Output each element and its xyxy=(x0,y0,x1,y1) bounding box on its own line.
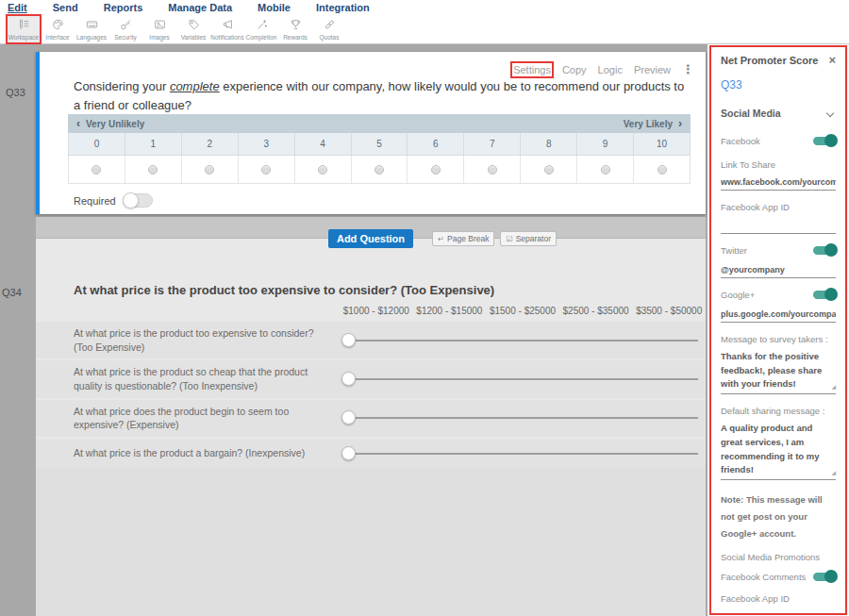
slider-row-label: At what price is the product a bargain? … xyxy=(74,446,340,460)
default-sharing-textarea[interactable]: A quality product and great services, I … xyxy=(721,422,836,480)
price-slider-1[interactable] xyxy=(340,372,700,387)
nps-radio-3[interactable] xyxy=(239,156,295,183)
facebook-app-id2-input[interactable] xyxy=(721,609,836,615)
nps-radio-7[interactable] xyxy=(464,156,521,183)
chevron-down-icon[interactable] xyxy=(826,109,834,117)
facebook-app-id-input[interactable] xyxy=(721,218,836,234)
google-plus-toggle[interactable] xyxy=(813,291,836,299)
slider-row-0: At what price is the product too expensi… xyxy=(36,322,706,358)
nps-radio-5[interactable] xyxy=(352,156,408,183)
q34-title[interactable]: At what price is the product too expensi… xyxy=(74,283,494,297)
message-textarea[interactable]: Thanks for the positive feedback!, pleas… xyxy=(721,350,836,394)
toolbar-item-workspace[interactable]: Workspace xyxy=(7,15,41,43)
radio-icon xyxy=(148,165,158,175)
add-question-button[interactable]: Add Question xyxy=(328,229,413,248)
toolbar-item-completion[interactable]: Completion xyxy=(244,15,278,43)
resize-handle-icon[interactable]: ◢ xyxy=(831,469,836,477)
resize-handle-icon[interactable]: ◢ xyxy=(831,383,836,391)
nps-radio-4[interactable] xyxy=(295,156,352,183)
toolbar-item-label: Workspace xyxy=(7,34,41,41)
nps-radio-8[interactable] xyxy=(521,156,577,183)
social-media-section-header[interactable]: Social Media xyxy=(721,108,836,119)
slider-track xyxy=(347,453,698,455)
page-break-button[interactable]: ↵ Page Break xyxy=(432,231,494,246)
chevron-right-icon[interactable]: › xyxy=(678,117,682,130)
toolbar-item-label: Quotas xyxy=(312,34,346,41)
slider-handle[interactable] xyxy=(341,372,356,386)
survey-workspace: Q33 Q34 Settings Copy Logic Preview ⋮ Co… xyxy=(0,44,708,616)
nps-number-3: 3 xyxy=(239,133,295,155)
settings-button[interactable]: Settings xyxy=(513,64,551,75)
page-break-label: Page Break xyxy=(447,234,489,243)
facebook-link-input[interactable]: www.facebook.com/yourcompany xyxy=(721,177,836,191)
break-buttons: ↵ Page Break ☑ Separator xyxy=(432,231,557,246)
toolbar-item-label: Images xyxy=(142,34,176,41)
google-plus-label: Google+ xyxy=(721,290,755,300)
google-toggle-row: Google+ xyxy=(721,290,836,300)
copy-button[interactable]: Copy xyxy=(562,64,587,75)
close-icon[interactable]: × xyxy=(828,56,836,65)
chevron-left-icon[interactable]: ‹ xyxy=(76,117,80,130)
picture-icon xyxy=(142,18,176,32)
google-link-input[interactable]: plus.google.com/yourcompany xyxy=(721,309,836,323)
toggle-knob xyxy=(123,192,139,208)
radio-icon xyxy=(544,165,554,175)
workspace-list-icon xyxy=(7,18,41,32)
toolbar-item-security[interactable]: Security xyxy=(108,15,142,43)
price-slider-3[interactable] xyxy=(340,446,700,461)
nps-right-label: Very Likely xyxy=(624,119,673,129)
radio-icon xyxy=(205,165,214,175)
promotions-section-title: Social Media Promotions xyxy=(721,552,836,562)
question-text[interactable]: Considering your complete experience wit… xyxy=(74,77,685,115)
toolbar-item-quotas[interactable]: Quotas xyxy=(312,15,346,43)
toolbar-item-images[interactable]: Images xyxy=(142,15,176,43)
menu-item-integration[interactable]: Integration xyxy=(316,2,370,13)
nps-radio-10[interactable] xyxy=(634,156,690,183)
toolbar-item-variables[interactable]: Variables xyxy=(176,15,210,43)
nps-left-label: Very Unlikely xyxy=(86,119,144,129)
link-to-share-label: Link To Share xyxy=(721,159,836,170)
facebook-app-id2-label: Facebook App ID xyxy=(721,593,836,604)
menu-item-manage-data[interactable]: Manage Data xyxy=(168,2,232,13)
nps-radio-1[interactable] xyxy=(125,156,182,183)
nps-radio-9[interactable] xyxy=(577,156,634,183)
facebook-toggle[interactable] xyxy=(813,137,836,145)
separator-button[interactable]: ☑ Separator xyxy=(500,231,557,246)
page-break-icon: ↵ xyxy=(438,235,444,243)
price-slider-0[interactable] xyxy=(340,333,700,348)
slider-handle[interactable] xyxy=(341,333,356,347)
nps-radio-6[interactable] xyxy=(408,156,464,183)
toolbar-item-label: Notifications xyxy=(210,34,244,41)
social-media-section-title: Social Media xyxy=(721,108,781,119)
radio-icon xyxy=(318,165,327,175)
menu-item-send[interactable]: Send xyxy=(53,2,78,13)
preview-button[interactable]: Preview xyxy=(634,64,671,75)
slider-handle[interactable] xyxy=(341,446,356,460)
nps-radio-0[interactable] xyxy=(69,156,125,183)
radio-icon xyxy=(431,165,441,175)
twitter-toggle[interactable] xyxy=(813,246,836,255)
toolbar-item-rewards[interactable]: Rewards xyxy=(278,15,312,43)
nps-radio-2[interactable] xyxy=(182,156,239,183)
megaphone-icon xyxy=(210,18,244,32)
logic-button[interactable]: Logic xyxy=(598,64,623,75)
menu-item-edit[interactable]: Edit xyxy=(8,2,27,13)
required-toggle[interactable] xyxy=(123,193,153,208)
toolbar-item-notifications[interactable]: Notifications xyxy=(210,15,244,43)
nps-number-2: 2 xyxy=(182,133,239,155)
twitter-handle-input[interactable]: @yourcompany xyxy=(721,265,836,278)
slider-handle[interactable] xyxy=(341,410,356,425)
price-slider-2[interactable] xyxy=(340,410,700,425)
facebook-comments-toggle[interactable] xyxy=(813,573,836,581)
menu-item-mobile[interactable]: Mobile xyxy=(258,2,291,13)
question-text-emphasis: complete xyxy=(170,79,220,93)
required-label: Required xyxy=(74,195,116,207)
price-column-0: $1000 - $12000 xyxy=(340,306,413,316)
menu-item-reports[interactable]: Reports xyxy=(104,2,143,13)
toolbar-item-languages[interactable]: Languages xyxy=(75,15,108,43)
more-options-icon[interactable]: ⋮ xyxy=(682,62,694,76)
nps-number-4: 4 xyxy=(295,133,352,155)
slider-row-1: At what price is the product so cheap th… xyxy=(36,360,706,397)
toolbar-item-label: Security xyxy=(108,34,142,41)
toolbar-item-interface[interactable]: Interface xyxy=(41,15,75,43)
